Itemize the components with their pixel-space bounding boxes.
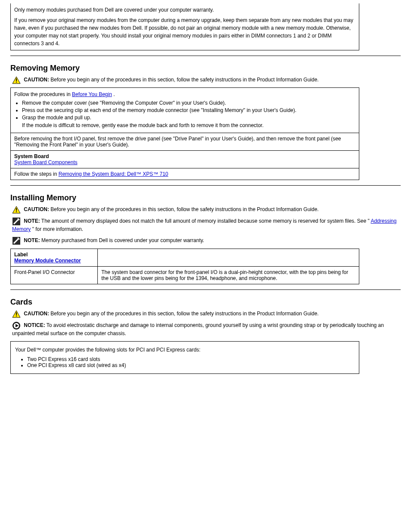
memory-module-connector-link[interactable]: Memory Module Connector <box>14 258 81 264</box>
caution-icon <box>12 310 21 318</box>
notice-cards: NOTICE: To avoid electrostatic discharge… <box>12 321 401 337</box>
caution-text: Before you begin any of the procedures i… <box>50 206 318 212</box>
list-item: Press out the securing clip at each end … <box>22 107 355 113</box>
svg-rect-5 <box>16 212 17 212</box>
cards-box-intro: Your Dell™ computer provides the followi… <box>15 346 355 354</box>
topbox-text-1: Only memory modules purchased from Dell … <box>14 6 355 14</box>
remove-steps-cell: Follow the procedures in Before You Begi… <box>11 88 359 133</box>
note-1: NOTE: The amount of memory displayed doe… <box>12 217 401 233</box>
notice-icon <box>12 321 21 330</box>
note-label: NOTE: <box>24 238 40 244</box>
svg-rect-13 <box>16 312 17 315</box>
caution-icon <box>12 206 21 214</box>
list-item: Remove the computer cover (see "Removing… <box>22 100 355 106</box>
list-item: Grasp the module and pull up. If the mod… <box>22 115 355 128</box>
cards-slots-box: Your Dell™ computer provides the followi… <box>10 341 359 374</box>
notice-text: To avoid electrostatic discharge and dam… <box>12 323 384 337</box>
topbox-text-2: If you remove your original memory modul… <box>14 16 355 47</box>
mem-table-head-label: Label Memory Module Connector <box>11 249 98 267</box>
note-label: NOTE: <box>24 218 40 224</box>
top-note-box: Only memory modules purchased from Dell … <box>10 3 359 50</box>
note-text: The amount of memory displayed does not … <box>41 218 370 224</box>
heading-cards: Cards <box>10 298 401 307</box>
memory-connector-table: Label Memory Module Connector Front-Pane… <box>10 249 359 284</box>
heading-removing-memory: Removing Memory <box>10 64 401 73</box>
cards-slots-list: Two PCI Express x16 card slots One PCI E… <box>27 356 355 368</box>
note-icon <box>12 217 21 226</box>
note-icon <box>12 236 21 245</box>
remove-memory-table: Follow the procedures in Before You Begi… <box>10 87 359 180</box>
removing-system-board-link[interactable]: Removing the System Board: Dell™ XPS™ 71… <box>59 171 168 177</box>
section-divider <box>10 289 401 290</box>
list-item: Two PCI Express x16 card slots <box>27 356 355 362</box>
caution-label: CAUTION: <box>24 206 49 212</box>
caution-label: CAUTION: <box>24 77 49 83</box>
caution-icon <box>12 76 21 84</box>
remove-steps-list: Remove the computer cover (see "Removing… <box>22 100 355 128</box>
mem-table-r1-c1: Front-Panel I/O Connector <box>11 267 98 284</box>
remove-row-4: Follow the steps in Removing the System … <box>11 168 359 180</box>
mem-table-r1-c2: The system board connector for the front… <box>98 267 359 284</box>
caution-label: CAUTION: <box>24 311 49 317</box>
remove-row-3: System Board System Board Components <box>11 151 359 168</box>
notice-label: NOTICE: <box>24 323 45 329</box>
section-divider <box>10 185 401 186</box>
svg-rect-1 <box>16 78 17 81</box>
note-2: NOTE: Memory purchased from Dell is cove… <box>12 236 401 245</box>
mem-table-head-empty <box>98 249 359 267</box>
heading-installing-memory: Installing Memory <box>10 193 401 202</box>
remove-row-2: Before removing the front I/O panel, fir… <box>11 133 359 151</box>
svg-rect-4 <box>16 208 17 211</box>
caution-removing-memory: CAUTION: Before you begin any of the pro… <box>12 76 401 84</box>
system-board-label: System Board <box>14 153 49 159</box>
remove-steps-intro: Follow the procedures in Before You Begi… <box>14 91 115 97</box>
svg-rect-14 <box>16 316 17 317</box>
note-text: Memory purchased from Dell is covered un… <box>41 238 204 244</box>
caution-cards: CAUTION: Before you begin any of the pro… <box>12 310 401 318</box>
system-board-components-link[interactable]: System Board Components <box>14 159 78 165</box>
caution-installing-memory: CAUTION: Before you begin any of the pro… <box>12 206 401 214</box>
list-item: One PCI Express x8 card slot (wired as x… <box>27 362 355 368</box>
section-divider <box>10 56 401 56</box>
caution-text: Before you begin any of the procedures i… <box>50 311 318 317</box>
before-you-begin-link[interactable]: Before You Begin <box>72 91 112 97</box>
svg-rect-2 <box>16 82 17 83</box>
caution-text: Before you begin any of the procedures i… <box>50 77 318 83</box>
